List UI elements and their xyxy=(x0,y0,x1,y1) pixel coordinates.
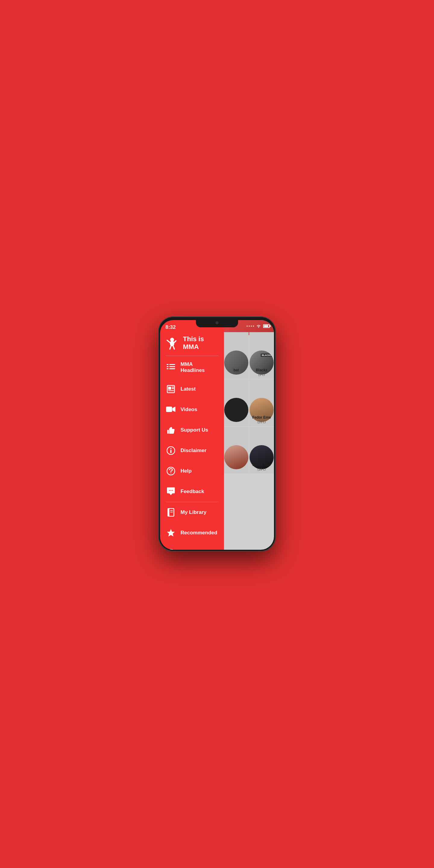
phone-frame: 8:32 xyxy=(158,316,276,552)
svg-point-1 xyxy=(170,338,174,342)
card-combat[interactable]: bat xyxy=(224,332,249,379)
question-circle-icon xyxy=(166,466,176,476)
thumbsup-icon xyxy=(166,425,176,435)
chat-icon xyxy=(166,487,176,496)
svg-line-3 xyxy=(174,341,176,343)
svg-rect-13 xyxy=(168,387,171,390)
card-blackz-sublabel: (5 Li xyxy=(250,373,273,376)
book-icon xyxy=(166,507,176,517)
svg-rect-6 xyxy=(167,364,168,365)
app-logo xyxy=(165,336,179,350)
video-icon xyxy=(166,405,176,414)
wifi-icon xyxy=(256,324,261,328)
card-portrait[interactable] xyxy=(224,427,249,473)
svg-rect-15 xyxy=(172,388,174,389)
svg-point-25 xyxy=(169,490,170,491)
card-combat-label: bat xyxy=(225,368,247,372)
svg-line-4 xyxy=(170,346,171,349)
list-icon xyxy=(166,363,176,372)
svg-marker-32 xyxy=(167,529,175,536)
main-content: bat BLACK2 Blackz (5 Li ne xyxy=(224,320,274,550)
nav-label-help: Help xyxy=(181,468,192,474)
svg-rect-29 xyxy=(168,508,169,516)
nav-item-videos[interactable]: Videos xyxy=(160,399,224,420)
status-bar-right xyxy=(247,324,270,328)
svg-point-21 xyxy=(170,448,172,450)
newspaper-icon xyxy=(166,384,176,394)
nav-label-latest: Latest xyxy=(181,386,195,392)
card-razak[interactable]: Razak Spo (18 Li xyxy=(249,427,274,473)
card-razak-label: Razak Spo xyxy=(250,463,273,467)
app-header: This is MMA xyxy=(160,333,224,355)
svg-rect-9 xyxy=(169,364,175,365)
svg-rect-10 xyxy=(169,366,175,367)
nav-item-support-us[interactable]: Support Us xyxy=(160,420,224,440)
nav-item-whats-new[interactable]: What's New xyxy=(160,543,224,550)
battery-icon xyxy=(263,324,270,328)
navigation-drawer: 8:32 xyxy=(160,320,224,550)
nav-label-recommended: Recommended xyxy=(181,530,217,536)
svg-point-26 xyxy=(170,490,172,491)
nav-label-videos: Videos xyxy=(181,407,197,412)
status-time: 8:32 xyxy=(165,324,176,330)
svg-marker-18 xyxy=(173,407,176,412)
svg-point-36 xyxy=(258,327,259,328)
nav-item-mma-headlines[interactable]: MMA Headlines xyxy=(160,356,224,379)
nav-item-disclaimer[interactable]: Disclaimer xyxy=(160,440,224,461)
signal-icon xyxy=(247,326,254,327)
nav-item-latest[interactable]: Latest xyxy=(160,379,224,399)
card-razak-sublabel: (18 Li xyxy=(250,467,273,471)
card-dark-label: ne xyxy=(225,415,247,420)
nav-item-feedback[interactable]: Feedback xyxy=(160,481,224,502)
card-fedor[interactable]: Fedor Eme (26 Li xyxy=(249,379,274,426)
nav-label-my-library: My Library xyxy=(181,509,207,516)
nav-label-disclaimer: Disclaimer xyxy=(181,447,207,454)
card-blackz-label: Blackz xyxy=(250,368,273,372)
nav-item-recommended[interactable]: Recommended xyxy=(160,523,224,543)
app-title: This is MMA xyxy=(183,335,218,351)
svg-rect-14 xyxy=(172,387,174,388)
svg-line-2 xyxy=(167,340,170,342)
info-circle-icon xyxy=(166,446,176,456)
svg-rect-8 xyxy=(167,368,168,369)
svg-rect-11 xyxy=(169,368,175,369)
svg-line-5 xyxy=(173,346,175,349)
svg-rect-19 xyxy=(167,430,169,434)
nav-item-my-library[interactable]: My Library xyxy=(160,502,224,523)
content-grid: bat BLACK2 Blackz (5 Li ne xyxy=(224,332,274,473)
plus-circle-icon xyxy=(166,549,176,550)
svg-rect-16 xyxy=(168,390,174,391)
card-dark[interactable]: ne xyxy=(224,379,249,426)
card-fedor-sublabel: (26 Li xyxy=(250,420,273,424)
nav-label-support-us: Support Us xyxy=(181,427,208,433)
svg-rect-7 xyxy=(167,366,168,367)
nav-label-feedback: Feedback xyxy=(181,489,204,495)
svg-rect-22 xyxy=(170,450,172,453)
nav-label-mma-headlines: MMA Headlines xyxy=(181,361,218,373)
star-icon xyxy=(166,528,176,538)
phone-screen: 8:32 xyxy=(160,320,274,550)
svg-point-24 xyxy=(170,472,172,473)
card-blackz[interactable]: BLACK2 Blackz (5 Li xyxy=(249,332,274,379)
svg-rect-17 xyxy=(166,407,172,412)
nav-item-help[interactable]: Help xyxy=(160,461,224,481)
card-fedor-label: Fedor Eme xyxy=(250,415,273,420)
camera-dot xyxy=(216,321,218,324)
svg-point-27 xyxy=(172,490,173,491)
